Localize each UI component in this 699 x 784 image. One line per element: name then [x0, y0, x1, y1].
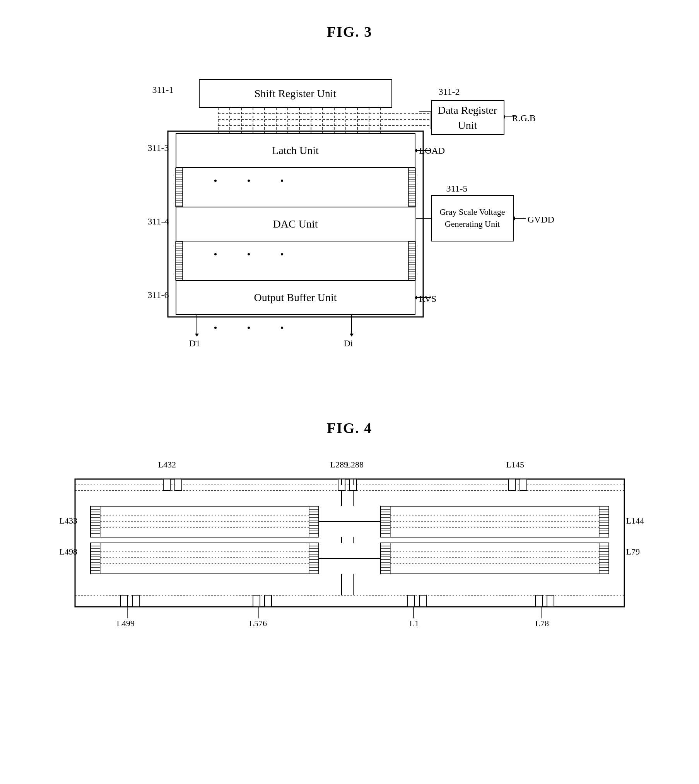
label-L499: L499 — [117, 618, 135, 628]
label-L1: L1 — [410, 618, 419, 628]
svg-rect-210 — [163, 479, 170, 491]
ref-311-5: 311-5 — [446, 183, 468, 194]
svg-rect-215 — [520, 479, 527, 491]
label-L433: L433 — [60, 516, 77, 526]
fig4-title: FIG. 4 — [327, 419, 373, 437]
svg-rect-217 — [132, 595, 139, 607]
ref-311-1: 311-1 — [152, 85, 174, 95]
svg-rect-222 — [535, 595, 542, 607]
dots-dac — [214, 253, 283, 255]
d1-label: D1 — [189, 338, 200, 349]
dots-latch — [214, 180, 283, 182]
shift-register-block: Shift Register Unit — [199, 79, 392, 108]
ref-311-2: 311-2 — [439, 87, 460, 97]
ref-311-6: 311-6 — [148, 290, 169, 300]
svg-rect-221 — [419, 595, 426, 607]
svg-rect-218 — [253, 595, 260, 607]
fig3-diagram: Shift Register Unit 311-1 Data RegisterU… — [137, 56, 562, 392]
svg-rect-41 — [408, 168, 415, 207]
label-L144: L144 — [626, 516, 644, 526]
svg-rect-105 — [91, 506, 319, 537]
svg-marker-97 — [195, 334, 199, 337]
rgb-label: R.G.B — [512, 113, 536, 123]
label-L432: L432 — [158, 460, 176, 470]
svg-rect-24 — [176, 168, 183, 207]
svg-rect-220 — [408, 595, 415, 607]
svg-rect-216 — [121, 595, 128, 607]
ref-311-3: 311-3 — [148, 143, 169, 153]
svg-rect-211 — [175, 479, 182, 491]
svg-rect-223 — [547, 595, 554, 607]
ref-311-4: 311-4 — [148, 216, 169, 227]
label-L498: L498 — [60, 547, 77, 557]
svg-rect-157 — [381, 506, 609, 537]
shift-register-label: Shift Register Unit — [255, 87, 337, 100]
svg-rect-158 — [381, 543, 609, 574]
label-L288: L288 — [346, 460, 364, 470]
label-L145: L145 — [506, 460, 524, 470]
latch-unit-block: Latch Unit — [176, 133, 415, 168]
svg-rect-219 — [265, 595, 272, 607]
output-buffer-block: Output Buffer Unit — [176, 280, 415, 315]
gray-scale-label: Gray Scale VoltageGenerating Unit — [439, 206, 505, 230]
label-L576: L576 — [249, 618, 267, 628]
label-L79: L79 — [626, 547, 640, 557]
data-register-block: Data RegisterUnit — [431, 100, 504, 135]
svg-rect-214 — [508, 479, 515, 491]
di-label: Di — [344, 338, 353, 349]
label-L78: L78 — [535, 618, 549, 628]
data-register-label: Data RegisterUnit — [438, 103, 497, 133]
fig4-diagram: L432 L289 L288 L145 L433 L144 L498 L79 L… — [60, 452, 640, 638]
latch-unit-label: Latch Unit — [272, 144, 319, 157]
rvs-label: RVS — [419, 294, 437, 304]
load-label: LOAD — [419, 146, 445, 156]
fig3-title: FIG. 3 — [327, 23, 373, 40]
dots-output — [214, 327, 283, 329]
svg-rect-75 — [408, 241, 415, 280]
svg-rect-106 — [91, 543, 319, 574]
dac-unit-label: DAC Unit — [273, 218, 318, 230]
gvdd-label: GVDD — [528, 214, 554, 225]
svg-rect-58 — [176, 241, 183, 280]
svg-marker-99 — [350, 334, 354, 337]
gray-scale-block: Gray Scale VoltageGenerating Unit — [431, 195, 514, 241]
dac-unit-block: DAC Unit — [176, 207, 415, 241]
output-buffer-label: Output Buffer Unit — [254, 291, 337, 304]
